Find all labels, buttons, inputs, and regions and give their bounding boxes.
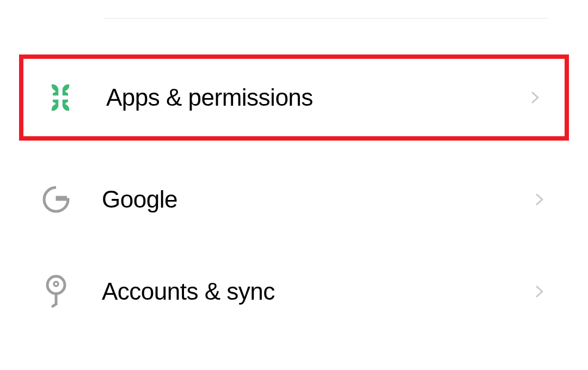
chevron-right-icon bbox=[529, 91, 542, 104]
svg-point-1 bbox=[54, 282, 58, 286]
chevron-right-icon bbox=[533, 285, 546, 298]
section-divider bbox=[103, 18, 548, 19]
settings-item-label: Google bbox=[102, 186, 533, 213]
svg-point-0 bbox=[47, 276, 65, 294]
settings-list: Apps & permissions Google bbox=[0, 54, 588, 325]
key-icon bbox=[42, 277, 70, 306]
settings-item-label: Apps & permissions bbox=[106, 84, 529, 111]
settings-item-google[interactable]: Google bbox=[0, 166, 588, 233]
chevron-right-icon bbox=[533, 193, 546, 206]
settings-item-accounts-sync[interactable]: Accounts & sync bbox=[0, 258, 588, 325]
settings-item-apps-permissions[interactable]: Apps & permissions bbox=[19, 54, 569, 141]
settings-item-label: Accounts & sync bbox=[102, 278, 533, 305]
google-icon bbox=[42, 185, 70, 214]
apps-icon bbox=[46, 83, 75, 112]
